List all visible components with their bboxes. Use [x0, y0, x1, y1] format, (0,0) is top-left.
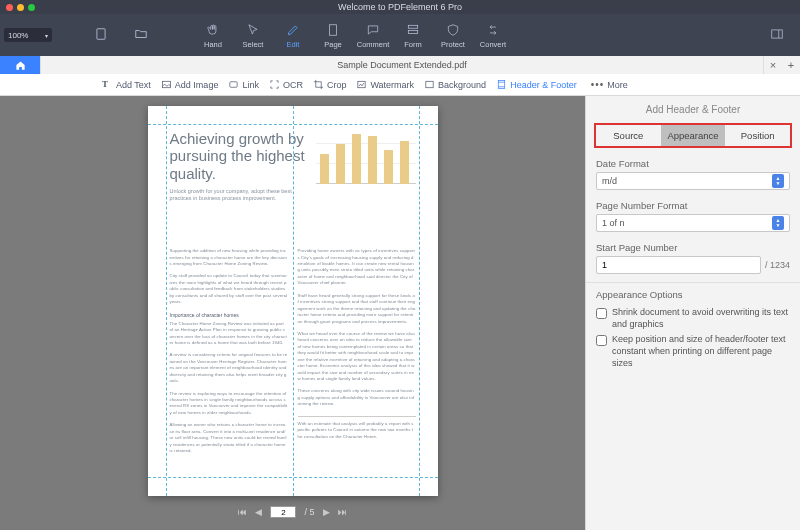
background-button[interactable]: Background — [424, 79, 486, 90]
page-number-format-value: 1 of n — [602, 218, 625, 228]
ribbon-hand[interactable]: Hand — [194, 17, 232, 53]
tab-position[interactable]: Position — [725, 125, 790, 146]
text-icon: T — [102, 79, 113, 90]
ribbon-label: Edit — [287, 40, 300, 49]
cursor-icon — [245, 22, 261, 38]
document-tab[interactable]: Sample Document Extended.pdf — [40, 56, 764, 74]
ribbon-page[interactable]: Page — [314, 17, 352, 53]
stepper-icon: ▲▼ — [772, 216, 784, 230]
zoom-select[interactable]: 100% ▾ — [4, 28, 52, 42]
ribbon-layout[interactable] — [758, 17, 796, 53]
home-tab[interactable] — [0, 56, 40, 74]
toolbar-label: Crop — [327, 80, 347, 90]
page-total: / 5 — [304, 507, 314, 517]
svg-rect-2 — [408, 25, 417, 28]
link-icon — [228, 79, 239, 90]
add-tab-button[interactable]: + — [782, 56, 800, 74]
ocr-button[interactable]: OCR — [269, 79, 303, 90]
start-page-input[interactable] — [596, 256, 761, 274]
ribbon-select[interactable]: Select — [234, 17, 272, 53]
first-page-button[interactable]: ⏮ — [238, 507, 247, 517]
next-page-button[interactable]: ▶ — [323, 507, 330, 517]
svg-rect-1 — [330, 24, 337, 35]
page-number-input[interactable] — [270, 506, 296, 518]
hand-icon — [205, 22, 221, 38]
folder-icon — [133, 26, 149, 42]
toolbar-label: Add Text — [116, 80, 151, 90]
tab-appearance[interactable]: Appearance — [661, 125, 726, 146]
panel-title: Add Header & Footer — [586, 96, 800, 123]
svg-rect-6 — [230, 82, 237, 88]
image-icon — [161, 79, 172, 90]
form-icon — [405, 22, 421, 38]
last-page-button[interactable]: ⏭ — [338, 507, 347, 517]
document-tab-label: Sample Document Extended.pdf — [337, 60, 467, 70]
header-footer-button[interactable]: Header & Footer — [496, 79, 577, 90]
svg-rect-3 — [408, 30, 417, 33]
home-icon — [15, 60, 26, 71]
panel-tabs: Source Appearance Position — [594, 123, 792, 148]
ribbon-convert[interactable]: Convert — [474, 17, 512, 53]
keep-position-checkbox[interactable] — [596, 335, 607, 346]
more-button[interactable]: ••• More — [587, 79, 628, 90]
toolbar-label: Add Image — [175, 80, 219, 90]
toolbar-label: Watermark — [370, 80, 414, 90]
ribbon-comment[interactable]: Comment — [354, 17, 392, 53]
crop-icon — [313, 79, 324, 90]
date-format-value: m/d — [602, 176, 617, 186]
ribbon-label: Page — [324, 40, 342, 49]
close-tab-button[interactable]: × — [764, 56, 782, 74]
shrink-checkbox[interactable] — [596, 308, 607, 319]
ribbon-label: Comment — [357, 40, 390, 49]
toolbar-label: More — [607, 80, 628, 90]
doc-subhead: Unlock growth for your company, adopt th… — [170, 188, 300, 203]
tab-source[interactable]: Source — [596, 125, 661, 146]
minimize-window-button[interactable] — [17, 4, 24, 11]
svg-rect-7 — [358, 81, 365, 87]
appearance-options-label: Appearance Options — [596, 289, 790, 300]
title-bar: Welcome to PDFelement 6 Pro — [0, 0, 800, 14]
ocr-icon — [269, 79, 280, 90]
svg-rect-0 — [97, 29, 105, 40]
prev-page-button[interactable]: ◀ — [255, 507, 262, 517]
ribbon-edit[interactable]: Edit — [274, 17, 312, 53]
watermark-icon — [356, 79, 367, 90]
ribbon-label: Convert — [480, 40, 506, 49]
crop-button[interactable]: Crop — [313, 79, 347, 90]
ribbon-open[interactable] — [122, 17, 160, 53]
page-total-num: 5 — [310, 507, 315, 517]
start-page-label: Start Page Number — [596, 242, 790, 253]
svg-rect-9 — [498, 80, 504, 88]
ribbon-protect[interactable]: Protect — [434, 17, 472, 53]
page-number-format-select[interactable]: 1 of n ▲▼ — [596, 214, 790, 232]
workspace: Achieving growth by pursuing the highest… — [0, 96, 800, 530]
toolbar-label: Link — [242, 80, 259, 90]
add-image-button[interactable]: Add Image — [161, 79, 219, 90]
watermark-button[interactable]: Watermark — [356, 79, 414, 90]
shrink-label: Shrink document to avoid overwriting its… — [612, 307, 790, 330]
link-button[interactable]: Link — [228, 79, 259, 90]
fullscreen-window-button[interactable] — [28, 4, 35, 11]
ribbon-file[interactable] — [82, 17, 120, 53]
toolbar-label: Background — [438, 80, 486, 90]
page-preview: Achieving growth by pursuing the highest… — [148, 106, 438, 496]
shield-icon — [445, 22, 461, 38]
file-icon — [93, 26, 109, 42]
date-format-select[interactable]: m/d ▲▼ — [596, 172, 790, 190]
svg-rect-4 — [772, 30, 783, 38]
ribbon-form[interactable]: Form — [394, 17, 432, 53]
window-controls — [6, 4, 35, 11]
page-number-format-label: Page Number Format — [596, 200, 790, 211]
add-text-button[interactable]: T Add Text — [102, 79, 151, 90]
close-window-button[interactable] — [6, 4, 13, 11]
document-canvas[interactable]: Achieving growth by pursuing the highest… — [0, 96, 585, 530]
date-format-label: Date Format — [596, 158, 790, 169]
svg-rect-5 — [162, 81, 170, 87]
start-page-max: / 1234 — [765, 260, 790, 270]
zoom-value: 100% — [8, 31, 28, 40]
chevron-down-icon: ▾ — [45, 32, 48, 39]
doc-chart — [316, 136, 416, 196]
convert-icon — [485, 22, 501, 38]
header-footer-icon — [496, 79, 507, 90]
window-title: Welcome to PDFelement 6 Pro — [338, 2, 462, 12]
